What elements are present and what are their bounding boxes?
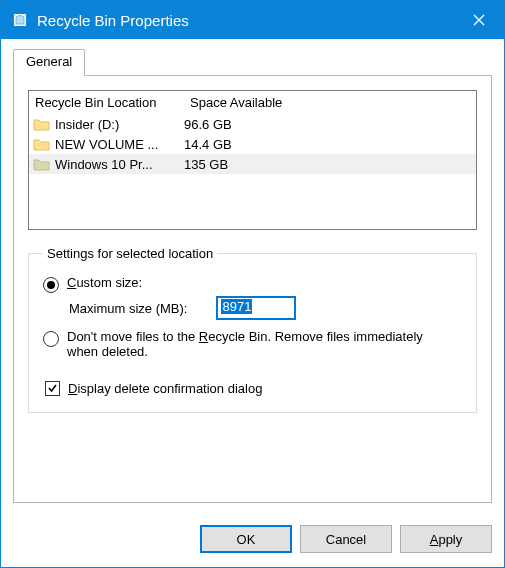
- settings-legend: Settings for selected location: [43, 246, 217, 261]
- listview-header: Recycle Bin Location Space Available: [29, 91, 476, 114]
- list-item-name: NEW VOLUME ...: [55, 137, 158, 152]
- ok-button[interactable]: OK: [200, 525, 292, 553]
- max-size-value: 8971: [221, 299, 252, 314]
- folder-icon: [33, 156, 51, 172]
- column-header-location[interactable]: Recycle Bin Location: [35, 95, 190, 110]
- recycle-bin-icon: [11, 11, 29, 29]
- list-item-name: Insider (D:): [55, 117, 119, 132]
- list-item-space: 135 GB: [184, 157, 472, 172]
- radio-custom-size-label: Custom size:: [67, 275, 142, 290]
- list-item-space: 96.6 GB: [184, 117, 472, 132]
- confirm-delete-row[interactable]: Display delete confirmation dialog: [45, 381, 462, 396]
- window-title: Recycle Bin Properties: [37, 12, 454, 29]
- radio-custom-size-row[interactable]: Custom size:: [43, 275, 462, 293]
- folder-icon: [33, 116, 51, 132]
- tab-panel-general: Recycle Bin Location Space Available Ins…: [13, 75, 492, 503]
- checkbox-confirm-delete[interactable]: [45, 381, 60, 396]
- max-size-row: Maximum size (MB): 8971: [69, 297, 462, 319]
- list-item[interactable]: Insider (D:) 96.6 GB: [29, 114, 476, 134]
- column-header-space[interactable]: Space Available: [190, 95, 470, 110]
- max-size-label: Maximum size (MB):: [69, 301, 187, 316]
- list-item[interactable]: NEW VOLUME ... 14.4 GB: [29, 134, 476, 154]
- location-listbox[interactable]: Recycle Bin Location Space Available Ins…: [28, 90, 477, 230]
- folder-icon: [33, 136, 51, 152]
- client-area: General Recycle Bin Location Space Avail…: [1, 39, 504, 515]
- radio-custom-size[interactable]: [43, 277, 59, 293]
- tab-general[interactable]: General: [13, 49, 85, 76]
- confirm-delete-label: Display delete confirmation dialog: [68, 381, 262, 396]
- list-item-name: Windows 10 Pr...: [55, 157, 153, 172]
- apply-button[interactable]: Apply: [400, 525, 492, 553]
- radio-dont-move-row[interactable]: Don't move files to the Recycle Bin. Rem…: [43, 329, 462, 359]
- cancel-button[interactable]: Cancel: [300, 525, 392, 553]
- settings-group: Settings for selected location Custom si…: [28, 246, 477, 413]
- radio-dont-move[interactable]: [43, 331, 59, 347]
- radio-dont-move-label: Don't move files to the Recycle Bin. Rem…: [67, 329, 427, 359]
- max-size-input[interactable]: 8971: [217, 297, 295, 319]
- tabstrip: General: [13, 49, 492, 76]
- close-button[interactable]: [454, 1, 504, 39]
- list-item[interactable]: Windows 10 Pr... 135 GB: [29, 154, 476, 174]
- titlebar: Recycle Bin Properties: [1, 1, 504, 39]
- list-item-space: 14.4 GB: [184, 137, 472, 152]
- dialog-buttons: OK Cancel Apply: [1, 515, 504, 567]
